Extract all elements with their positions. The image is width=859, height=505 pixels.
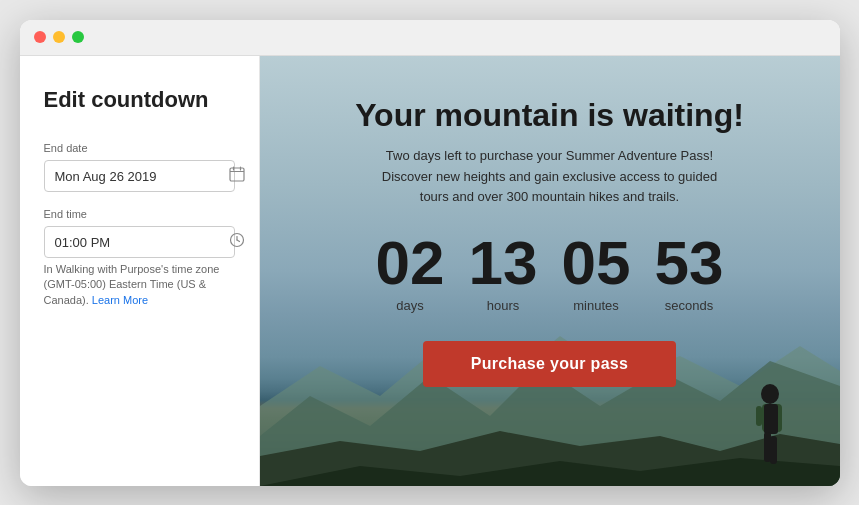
person-silhouette <box>740 376 800 476</box>
left-panel: Edit countdown End date <box>20 56 260 486</box>
days-label: days <box>396 298 423 313</box>
minimize-button[interactable] <box>53 31 65 43</box>
countdown-row: 02 days 13 hours 05 minutes 53 seconds <box>355 232 744 313</box>
close-button[interactable] <box>34 31 46 43</box>
svg-rect-14 <box>764 404 778 434</box>
timezone-note: In Walking with Purpose's time zone (GMT… <box>44 262 235 308</box>
end-date-group: End date <box>44 142 235 192</box>
subtext: Two days left to purchase your Summer Ad… <box>369 146 729 208</box>
cta-button[interactable]: Purchase your pass <box>423 341 676 387</box>
countdown-days: 02 days <box>376 232 445 313</box>
svg-rect-15 <box>764 432 771 462</box>
calendar-icon <box>229 166 245 186</box>
learn-more-link[interactable]: Learn More <box>92 294 148 306</box>
right-content: Your mountain is waiting! Two days left … <box>315 96 784 388</box>
svg-rect-16 <box>770 436 777 464</box>
clock-icon <box>229 232 245 252</box>
panel-title: Edit countdown <box>44 86 235 115</box>
minutes-label: minutes <box>573 298 619 313</box>
hours-label: hours <box>487 298 520 313</box>
end-time-label: End time <box>44 208 235 220</box>
countdown-seconds: 53 seconds <box>654 232 723 313</box>
right-panel: Your mountain is waiting! Two days left … <box>260 56 840 486</box>
minutes-value: 05 <box>561 232 630 294</box>
seconds-label: seconds <box>665 298 713 313</box>
maximize-button[interactable] <box>72 31 84 43</box>
svg-rect-13 <box>756 406 762 426</box>
end-time-input[interactable] <box>55 235 223 250</box>
svg-rect-0 <box>230 168 244 181</box>
browser-titlebar <box>20 20 840 56</box>
seconds-value: 53 <box>654 232 723 294</box>
hours-value: 13 <box>469 232 538 294</box>
headline: Your mountain is waiting! <box>355 96 744 134</box>
end-time-input-wrapper[interactable] <box>44 226 235 258</box>
countdown-minutes: 05 minutes <box>561 232 630 313</box>
end-date-input[interactable] <box>55 169 223 184</box>
end-date-label: End date <box>44 142 235 154</box>
browser-window: Edit countdown End date <box>20 20 840 486</box>
days-value: 02 <box>376 232 445 294</box>
end-date-input-wrapper[interactable] <box>44 160 235 192</box>
end-time-group: End time In Walking with Purpose's time … <box>44 208 235 308</box>
countdown-hours: 13 hours <box>469 232 538 313</box>
svg-line-6 <box>237 240 240 242</box>
browser-body: Edit countdown End date <box>20 56 840 486</box>
